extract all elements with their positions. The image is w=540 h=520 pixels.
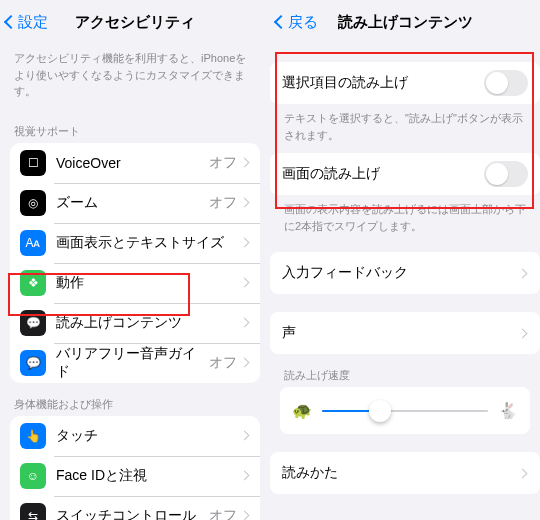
row-label: タッチ [56, 427, 241, 445]
row-touch[interactable]: 👆タッチ [10, 416, 260, 456]
chevron-right-icon [240, 471, 250, 481]
speaking-rate-slider[interactable]: 🐢 🐇 [280, 387, 530, 434]
zoom-icon: ◎ [20, 190, 46, 216]
chevron-right-icon [240, 358, 250, 368]
section-header-motor: 身体機能および操作 [0, 383, 270, 416]
group-vision: ☐VoiceOverオフ◎ズームオフAᴀ画面表示とテキストサイズ❖動作💬読み上げ… [10, 143, 260, 383]
row-speak-screen[interactable]: 画面の読み上げ [270, 153, 540, 195]
toggle-switch[interactable] [484, 70, 528, 96]
chevron-right-icon [518, 468, 528, 478]
rabbit-icon: 🐇 [498, 401, 518, 420]
row-pronunciations[interactable]: 読みかた [270, 452, 540, 494]
accessibility-pane: 設定 アクセシビリティ アクセシビリティ機能を利用すると、iPhoneをより使い… [0, 0, 270, 520]
row-label: 読み上げコンテンツ [56, 314, 241, 332]
row-label: 選択項目の読み上げ [282, 74, 484, 92]
chevron-right-icon [518, 268, 528, 278]
row-faceid[interactable]: ☺Face IDと注視 [10, 456, 260, 496]
nav-title: アクセシビリティ [75, 13, 195, 32]
speech-icon: 💬 [20, 310, 46, 336]
chevron-right-icon [240, 511, 250, 520]
row-label: スイッチコントロール [56, 507, 209, 521]
footer-speak-selection: テキストを選択すると、"読み上げ"ボタンが表示されます。 [270, 104, 540, 149]
footer-speak-screen: 画面の表示内容を読み上げるには画面上部から下に2本指でスワイプします。 [270, 195, 540, 240]
row-label: 入力フィードバック [282, 264, 519, 282]
row-label: 動作 [56, 274, 241, 292]
back-button[interactable]: 戻る [276, 13, 318, 32]
row-label: ズーム [56, 194, 209, 212]
chevron-right-icon [240, 198, 250, 208]
group-voices: 声 [270, 312, 540, 354]
spoken-content-pane: 戻る 読み上げコンテンツ 選択項目の読み上げ テキストを選択すると、"読み上げ"… [270, 0, 540, 520]
motion-icon: ❖ [20, 270, 46, 296]
row-typing-feedback[interactable]: 入力フィードバック [270, 252, 540, 294]
slider-thumb[interactable] [369, 400, 391, 422]
row-motion[interactable]: ❖動作 [10, 263, 260, 303]
toggle-switch[interactable] [484, 161, 528, 187]
section-header-rate: 読み上げ速度 [270, 354, 540, 387]
row-label: 画面の読み上げ [282, 165, 484, 183]
group-motor: 👆タッチ☺Face IDと注視⇆スイッチコントロールオフ✱音声コントロールオフ▮… [10, 416, 260, 521]
group-speak-selection: 選択項目の読み上げ [270, 62, 540, 104]
text-icon: Aᴀ [20, 230, 46, 256]
touch-icon: 👆 [20, 423, 46, 449]
nav-title: 読み上げコンテンツ [338, 13, 473, 32]
chevron-right-icon [240, 431, 250, 441]
row-audio-desc[interactable]: 💬バリアフリー音声ガイドオフ [10, 343, 260, 383]
back-label: 設定 [18, 13, 48, 32]
row-value: オフ [209, 354, 237, 372]
row-speak-selection[interactable]: 選択項目の読み上げ [270, 62, 540, 104]
chevron-right-icon [240, 238, 250, 248]
row-label: 画面表示とテキストサイズ [56, 234, 241, 252]
row-value: オフ [209, 507, 237, 521]
row-text[interactable]: Aᴀ画面表示とテキストサイズ [10, 223, 260, 263]
faceid-icon: ☺ [20, 463, 46, 489]
row-label: VoiceOver [56, 155, 209, 171]
nav-bar: 設定 アクセシビリティ [0, 0, 270, 44]
chevron-left-icon [4, 15, 18, 29]
audio-desc-icon: 💬 [20, 350, 46, 376]
row-speech[interactable]: 💬読み上げコンテンツ [10, 303, 260, 343]
row-value: オフ [209, 194, 237, 212]
back-label: 戻る [288, 13, 318, 32]
section-header-vision: 視覚サポート [0, 110, 270, 143]
row-voices[interactable]: 声 [270, 312, 540, 354]
chevron-right-icon [240, 318, 250, 328]
row-voiceover[interactable]: ☐VoiceOverオフ [10, 143, 260, 183]
chevron-left-icon [274, 15, 288, 29]
chevron-right-icon [518, 328, 528, 338]
turtle-icon: 🐢 [292, 401, 312, 420]
nav-bar: 戻る 読み上げコンテンツ [270, 0, 540, 44]
row-label: Face IDと注視 [56, 467, 241, 485]
voiceover-icon: ☐ [20, 150, 46, 176]
row-label: 読みかた [282, 464, 519, 482]
chevron-right-icon [240, 158, 250, 168]
row-switch[interactable]: ⇆スイッチコントロールオフ [10, 496, 260, 521]
row-label: バリアフリー音声ガイド [56, 345, 209, 381]
page-description: アクセシビリティ機能を利用すると、iPhoneをより使いやすくなるようにカスタマ… [0, 44, 270, 110]
switch-icon: ⇆ [20, 503, 46, 521]
row-value: オフ [209, 154, 237, 172]
back-button[interactable]: 設定 [6, 13, 48, 32]
slider-track[interactable] [322, 410, 488, 412]
chevron-right-icon [240, 278, 250, 288]
group-typing-feedback: 入力フィードバック [270, 252, 540, 294]
group-pronunciations: 読みかた [270, 452, 540, 494]
row-label: 声 [282, 324, 519, 342]
row-zoom[interactable]: ◎ズームオフ [10, 183, 260, 223]
group-speak-screen: 画面の読み上げ [270, 153, 540, 195]
